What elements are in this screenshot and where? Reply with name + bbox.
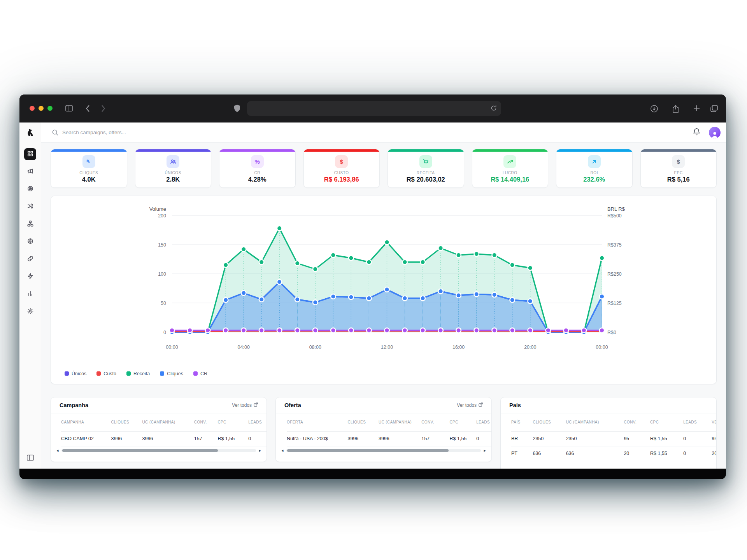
- stat-label: ÚNICOS: [165, 171, 182, 175]
- search-icon: [52, 130, 58, 136]
- legend-item-receita[interactable]: Receita: [126, 371, 150, 376]
- legend-item-custo[interactable]: Custo: [96, 371, 116, 376]
- table-cell: 636: [533, 446, 566, 461]
- column-header: UC (CAMPANHA): [566, 413, 624, 431]
- sidebar-collapse-icon[interactable]: [27, 455, 34, 462]
- stat-label: CUSTO: [334, 171, 349, 175]
- target-icon: [27, 186, 33, 193]
- stat-label: LUCRO: [503, 171, 517, 175]
- stat-card-cr: %CR4.28%: [219, 149, 296, 188]
- tabs-icon[interactable]: [710, 105, 718, 112]
- forward-icon[interactable]: [101, 105, 105, 112]
- table-cell: 0: [476, 431, 491, 446]
- ver-todos-link[interactable]: Ver todos: [232, 402, 258, 408]
- search-input[interactable]: [62, 130, 226, 135]
- timeline-chart-card: VolumeBRL R$200150100500R$500R$375R$250R…: [51, 196, 717, 384]
- sidebar-item-campanhas[interactable]: [24, 166, 36, 178]
- ver-todos-link[interactable]: Ver todos: [457, 402, 483, 408]
- users-icon: [167, 155, 179, 168]
- avatar[interactable]: [709, 127, 721, 138]
- scroll-left-icon[interactable]: ◂: [281, 448, 284, 453]
- table-card-title: Campanha: [60, 402, 88, 408]
- column-header: CONV.: [624, 413, 650, 431]
- dog-logo-icon: [26, 128, 35, 138]
- sidebar-item-dominios[interactable]: [24, 236, 36, 248]
- table-row[interactable]: BR2350235095R$ 1,55095R$ 9.288,09: [511, 431, 716, 446]
- scroll-left-icon[interactable]: ◂: [56, 448, 59, 453]
- svg-text:150: 150: [158, 242, 166, 248]
- address-bar[interactable]: [247, 101, 501, 116]
- legend-item-únicos[interactable]: Únicos: [65, 371, 86, 376]
- table-cell: PT: [511, 446, 533, 461]
- scrollbar-track[interactable]: [286, 449, 481, 452]
- scroll-right-icon[interactable]: ▸: [259, 448, 261, 453]
- table-cell: 636: [566, 446, 624, 461]
- sidebar-toggle-icon[interactable]: [65, 105, 73, 112]
- share-icon[interactable]: [672, 105, 679, 113]
- zap-icon: [27, 273, 33, 281]
- stat-card-roi: ROI232.6%: [556, 149, 633, 188]
- legend-swatch: [193, 371, 198, 376]
- arrowur-icon: [588, 155, 601, 168]
- sidebar-item-configuracoes[interactable]: [24, 306, 36, 318]
- stat-accent-bar: [219, 149, 295, 152]
- download-icon[interactable]: [651, 105, 658, 112]
- sidebar-item-ofertas[interactable]: [24, 183, 36, 195]
- scroll-right-icon[interactable]: ▸: [484, 448, 486, 453]
- browser-window: CLIQUES4.0KÚNICOS2.8K%CR4.28%$CUSTOR$ 6.…: [19, 94, 726, 479]
- legend-item-cliques[interactable]: Cliques: [160, 371, 183, 376]
- dollar-icon: $: [672, 155, 685, 168]
- stat-accent-bar: [304, 149, 380, 152]
- reload-icon[interactable]: [491, 105, 497, 113]
- stat-value: 4.0K: [82, 176, 96, 183]
- scrollbar-track[interactable]: [61, 449, 256, 452]
- column-header: CPC: [217, 413, 248, 431]
- table-card-title: Oferta: [284, 402, 301, 408]
- table-card-campanha: CampanhaVer todosCAMPANHACLIQUESUC (CAMP…: [51, 397, 267, 462]
- sidebar-item-relatorios[interactable]: [24, 288, 36, 300]
- column-header: LEADS: [683, 413, 712, 431]
- sidebar-item-links[interactable]: [24, 253, 36, 265]
- cart-icon: [419, 155, 432, 168]
- stat-label: CLIQUES: [79, 171, 98, 175]
- stat-accent-bar: [472, 149, 548, 152]
- svg-text:BRL R$: BRL R$: [607, 206, 625, 212]
- legend-item-cr[interactable]: CR: [193, 371, 207, 376]
- sidebar-item-funis[interactable]: [24, 218, 36, 230]
- legend-label: CR: [200, 371, 207, 376]
- back-icon[interactable]: [86, 105, 90, 112]
- new-tab-icon[interactable]: [693, 105, 700, 112]
- click-icon: [82, 155, 95, 168]
- sidebar-item-dashboard[interactable]: [24, 148, 36, 160]
- scrollbar-thumb[interactable]: [62, 449, 218, 452]
- legend-label: Receita: [133, 371, 150, 376]
- bell-icon[interactable]: [693, 128, 700, 137]
- table-cell: 0: [683, 431, 712, 446]
- close-window-button[interactable]: [30, 106, 35, 111]
- shield-icon: [234, 105, 240, 112]
- minimize-window-button[interactable]: [39, 106, 44, 111]
- horizontal-scrollbar: ◂▸: [51, 446, 267, 453]
- zoom-window-button[interactable]: [47, 106, 53, 111]
- link-icon: [27, 256, 33, 263]
- gear-icon: [27, 308, 33, 316]
- column-header: LEADS: [476, 413, 491, 431]
- svg-text:R$0: R$0: [607, 330, 616, 335]
- legend-swatch: [96, 371, 101, 376]
- column-header: CLIQUES: [533, 413, 566, 431]
- scrollbar-thumb[interactable]: [287, 449, 449, 452]
- stat-value: R$ 6.193,86: [324, 176, 359, 183]
- ver-todos-label: Ver todos: [232, 402, 252, 408]
- grid-icon: [27, 150, 33, 158]
- column-header: PAÍS: [511, 413, 533, 431]
- sidebar-nav: [24, 148, 36, 318]
- app-logo[interactable]: [19, 122, 41, 143]
- table-row[interactable]: PT63663620R$ 1,55020R$ 3.484,10: [511, 446, 716, 461]
- stat-accent-bar: [135, 149, 211, 152]
- table-row[interactable]: Nutra - USA - 200$39963996157R$ 1,550157…: [287, 431, 491, 446]
- table-cell: 0: [683, 446, 712, 461]
- sidebar-item-integracoes[interactable]: [24, 271, 36, 283]
- svg-text:00:00: 00:00: [166, 345, 178, 350]
- table-row[interactable]: CBO CAMP 0239963996157R$ 1,550157R$ 20.6…: [61, 431, 267, 446]
- sidebar-item-testes[interactable]: [24, 201, 36, 213]
